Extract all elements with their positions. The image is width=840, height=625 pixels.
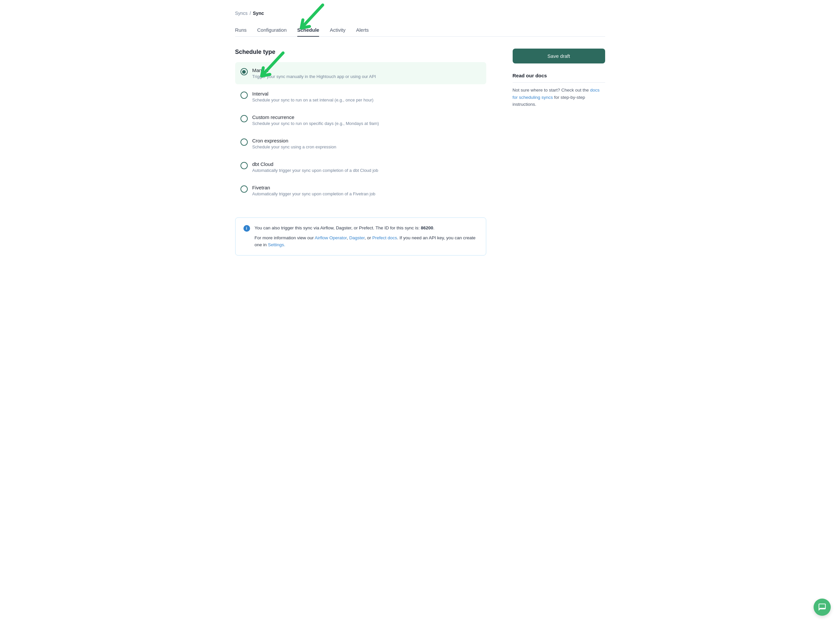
radio-fivetran — [240, 185, 248, 193]
dagster-link[interactable]: Dagster — [349, 235, 365, 240]
schedule-options-list: Manual Trigger your sync manually in the… — [235, 62, 486, 202]
option-title-custom-recurrence: Custom recurrence — [253, 114, 379, 120]
radio-cron — [240, 138, 248, 146]
option-title-dbt-cloud: dbt Cloud — [253, 161, 378, 167]
settings-link[interactable]: Settings. — [268, 242, 285, 247]
info-box-secondary-text: For more information view our Airflow Op… — [255, 234, 478, 249]
breadcrumb: Syncs / Sync — [235, 11, 605, 16]
option-title-fivetran: Fivetran — [253, 185, 375, 190]
schedule-option-manual[interactable]: Manual Trigger your sync manually in the… — [235, 62, 486, 84]
breadcrumb-parent[interactable]: Syncs — [235, 11, 248, 16]
schedule-option-fivetran[interactable]: Fivetran Automatically trigger your sync… — [235, 179, 486, 202]
tab-alerts[interactable]: Alerts — [356, 24, 369, 37]
radio-dbt-cloud — [240, 162, 248, 169]
option-desc-custom-recurrence: Schedule your sync to run on specific da… — [253, 121, 379, 126]
schedule-option-interval[interactable]: Interval Schedule your sync to run on a … — [235, 86, 486, 108]
breadcrumb-separator: / — [250, 11, 251, 16]
option-title-manual: Manual — [253, 67, 376, 73]
option-title-interval: Interval — [253, 91, 374, 96]
read-docs-title: Read our docs — [513, 73, 605, 82]
prefect-docs-link[interactable]: Prefect docs — [372, 235, 397, 240]
option-desc-cron: Schedule your sync using a cron expressi… — [253, 145, 336, 149]
tab-schedule[interactable]: Schedule — [297, 24, 319, 37]
radio-manual — [240, 68, 248, 75]
schedule-option-cron[interactable]: Cron expression Schedule your sync using… — [235, 132, 486, 155]
option-desc-manual: Trigger your sync manually in the Highto… — [253, 74, 376, 79]
schedule-option-custom-recurrence[interactable]: Custom recurrence Schedule your sync to … — [235, 109, 486, 131]
option-desc-interval: Schedule your sync to run on a set inter… — [253, 98, 374, 103]
option-desc-dbt-cloud: Automatically trigger your sync upon com… — [253, 168, 378, 173]
info-box-main-text: You can also trigger this sync via Airfl… — [255, 224, 478, 232]
schedule-option-dbt-cloud[interactable]: dbt Cloud Automatically trigger your syn… — [235, 156, 486, 178]
radio-interval — [240, 92, 248, 99]
info-icon: i — [243, 225, 250, 232]
section-title: Schedule type — [235, 48, 486, 56]
breadcrumb-current: Sync — [253, 11, 264, 16]
tabs-nav: Runs Configuration Schedule Activity Ale… — [235, 24, 605, 37]
option-desc-fivetran: Automatically trigger your sync upon com… — [253, 191, 375, 196]
save-draft-button[interactable]: Save draft — [513, 48, 605, 64]
airflow-operator-link[interactable]: Airflow Operator — [315, 235, 347, 240]
tab-configuration[interactable]: Configuration — [257, 24, 287, 37]
option-title-cron: Cron expression — [253, 138, 336, 143]
info-box: i You can also trigger this sync via Air… — [235, 218, 486, 255]
read-docs-text: Not sure where to start? Check out the d… — [513, 87, 605, 108]
sidebar: Save draft Read our docs Not sure where … — [513, 48, 605, 255]
sync-id: 86200 — [421, 225, 433, 230]
radio-custom-recurrence — [240, 115, 248, 122]
tab-activity[interactable]: Activity — [330, 24, 346, 37]
tab-runs[interactable]: Runs — [235, 24, 247, 37]
